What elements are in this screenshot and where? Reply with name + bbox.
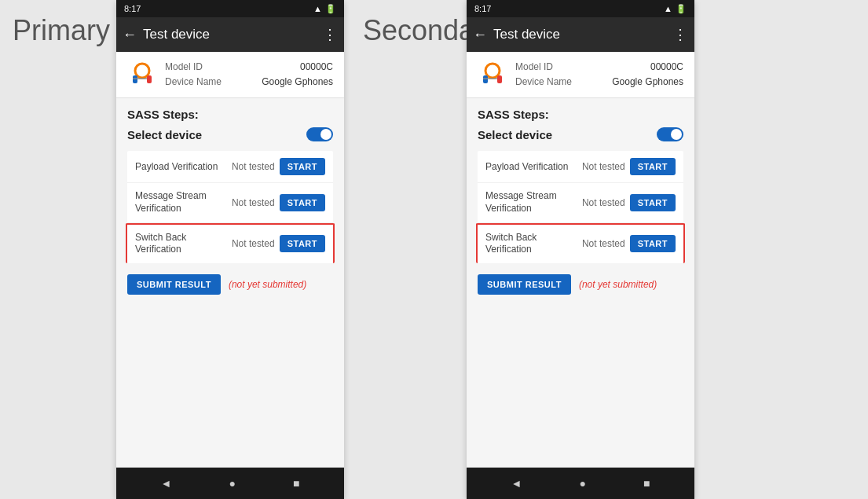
test-row-2: Switch Back Verification Not tested STAR…: [476, 223, 685, 263]
device-card: Model ID 00000C Device Name Google Gphon…: [116, 52, 344, 98]
device-logo: [127, 60, 157, 90]
test-row-0: Payload Verification Not tested START: [127, 151, 333, 183]
model-id-row: Model ID 00000C: [165, 60, 333, 75]
device-info: Model ID 00000C Device Name Google Gphon…: [515, 60, 683, 90]
main-content: SASS Steps: Select device Payload Verifi…: [467, 98, 694, 468]
wifi-icon: ▲: [664, 4, 672, 13]
svg-rect-6: [483, 75, 488, 83]
nav-back-button[interactable]: ◄: [511, 477, 522, 490]
test-row-name-1: Message Stream Verification: [485, 190, 572, 215]
status-bar: 8:17 ▲ 🔋: [467, 0, 694, 17]
device-logo: [478, 60, 507, 90]
device-name-label: Device Name: [165, 75, 222, 90]
model-id-label: Model ID: [515, 60, 553, 75]
select-device-row: Select device: [478, 127, 683, 141]
select-device-row: Select device: [127, 127, 333, 141]
phone-secondary: 8:17 ▲ 🔋 ← Test device ⋮ Model ID 00000C: [467, 0, 694, 499]
test-rows-container: Payload Verification Not tested START Me…: [127, 151, 333, 262]
select-device-label: Select device: [478, 128, 552, 141]
svg-point-0: [135, 64, 149, 78]
test-row-status-0: Not tested: [226, 161, 275, 172]
model-id-label: Model ID: [165, 60, 203, 75]
device-name-label: Device Name: [515, 75, 572, 90]
app-bar-title: Test device: [493, 27, 667, 42]
device-card: Model ID 00000C Device Name Google Gphon…: [467, 52, 694, 98]
start-button-1[interactable]: START: [280, 194, 325, 211]
submit-result-button[interactable]: SUBMIT RESULT: [127, 274, 221, 295]
phone-primary: 8:17 ▲ 🔋 ← Test device ⋮ Model ID 00000C: [116, 0, 344, 499]
not-submitted-text: (not yet submitted): [579, 279, 657, 290]
start-button-0[interactable]: START: [280, 158, 325, 175]
status-time: 8:17: [124, 4, 141, 13]
svg-point-5: [485, 64, 500, 78]
start-button-2[interactable]: START: [280, 235, 325, 252]
test-row-name-2: Switch Back Verification: [135, 232, 222, 256]
battery-icon: 🔋: [676, 4, 687, 14]
nav-back-button[interactable]: ◄: [161, 477, 172, 490]
test-row-status-0: Not tested: [577, 161, 625, 172]
wifi-icon: ▲: [313, 4, 322, 13]
model-id-value: 00000C: [300, 60, 333, 75]
nav-bar: ◄ ● ■: [467, 468, 694, 499]
test-row-name-2: Switch Back Verification: [485, 232, 572, 256]
main-content: SASS Steps: Select device Payload Verifi…: [116, 98, 344, 468]
not-submitted-text: (not yet submitted): [229, 279, 306, 290]
sass-title: SASS Steps:: [127, 108, 333, 121]
submit-section: SUBMIT RESULT (not yet submitted): [127, 274, 333, 295]
panel-label-primary: Primary: [0, 0, 110, 499]
status-time: 8:17: [474, 4, 491, 13]
test-row-name-0: Payload Verification: [485, 161, 572, 174]
app-bar: ← Test device ⋮: [467, 17, 694, 52]
nav-recent-button[interactable]: ■: [293, 477, 299, 490]
device-name-row: Device Name Google Gphones: [165, 75, 333, 90]
status-bar: 8:17 ▲ 🔋: [116, 0, 344, 17]
test-row-name-0: Payload Verification: [135, 161, 222, 174]
device-name-value: Google Gphones: [612, 75, 683, 90]
app-bar-title: Test device: [143, 27, 317, 42]
device-info: Model ID 00000C Device Name Google Gphon…: [165, 60, 333, 90]
back-button[interactable]: ←: [123, 27, 137, 43]
panel-label-secondary: Secondary: [350, 0, 460, 499]
test-row-1: Message Stream Verification Not tested S…: [127, 183, 333, 222]
nav-bar: ◄ ● ■: [116, 468, 344, 499]
status-icons: ▲ 🔋: [313, 4, 336, 14]
start-button-1[interactable]: START: [630, 194, 676, 211]
start-button-2[interactable]: START: [630, 235, 676, 252]
battery-icon: 🔋: [325, 4, 336, 14]
test-row-2: Switch Back Verification Not tested STAR…: [126, 223, 335, 263]
test-row-status-1: Not tested: [226, 197, 275, 208]
device-name-value: Google Gphones: [262, 75, 333, 90]
model-id-row: Model ID 00000C: [515, 60, 683, 75]
test-row-name-1: Message Stream Verification: [135, 190, 222, 215]
model-id-value: 00000C: [650, 60, 683, 75]
sass-title: SASS Steps:: [478, 108, 683, 121]
nav-home-button[interactable]: ●: [579, 477, 585, 490]
app-bar: ← Test device ⋮: [116, 17, 344, 52]
test-row-status-2: Not tested: [577, 238, 625, 249]
device-name-row: Device Name Google Gphones: [515, 75, 683, 90]
back-button[interactable]: ←: [473, 27, 487, 43]
test-row-status-2: Not tested: [226, 238, 275, 249]
start-button-0[interactable]: START: [630, 158, 676, 175]
select-device-toggle[interactable]: [657, 127, 683, 141]
select-device-label: Select device: [127, 128, 202, 141]
svg-rect-7: [497, 75, 502, 83]
status-icons: ▲ 🔋: [664, 4, 687, 14]
menu-button[interactable]: ⋮: [673, 26, 688, 43]
app-root: Primary 8:17 ▲ 🔋 ← Test device ⋮ Model I…: [0, 0, 868, 499]
submit-result-button[interactable]: SUBMIT RESULT: [478, 274, 571, 295]
test-rows-container: Payload Verification Not tested START Me…: [478, 151, 683, 262]
test-row-0: Payload Verification Not tested START: [478, 151, 683, 183]
svg-rect-1: [133, 75, 137, 83]
select-device-toggle[interactable]: [306, 127, 333, 141]
submit-section: SUBMIT RESULT (not yet submitted): [478, 274, 683, 295]
svg-rect-2: [147, 75, 152, 83]
test-row-1: Message Stream Verification Not tested S…: [478, 183, 683, 222]
test-row-status-1: Not tested: [577, 197, 625, 208]
nav-home-button[interactable]: ●: [229, 477, 235, 490]
nav-recent-button[interactable]: ■: [643, 477, 650, 490]
menu-button[interactable]: ⋮: [323, 26, 338, 43]
